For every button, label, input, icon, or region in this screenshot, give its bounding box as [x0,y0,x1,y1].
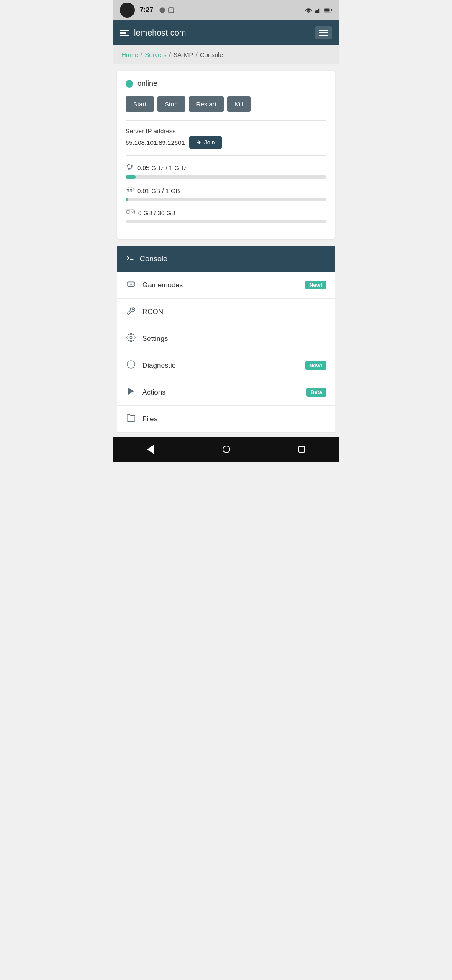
badge-gamemodes: New! [305,281,326,289]
disk-label: 0 GB / 30 GB [138,209,175,217]
header-title: lemehost.com [134,28,186,38]
bottom-nav [113,437,339,462]
join-icon [196,139,202,145]
actions-icon [126,387,136,396]
menu-item-label-diagnostic: Diagnostic [142,361,299,370]
files-icon [126,413,136,425]
disk-progress-bg [126,220,326,223]
diagnostic-icon [126,360,136,369]
main-card: online Start Stop Restart Kill Server IP… [117,71,335,239]
svg-rect-29 [131,189,132,191]
divider-2 [126,155,326,156]
status-label: online [137,79,157,88]
svg-rect-6 [316,10,318,13]
disk-icon [126,209,135,217]
svg-rect-27 [128,189,129,191]
console-section-label: Console [140,255,167,263]
status-bar-time: 7:27 [140,6,153,14]
header: lemehost.com [113,20,339,45]
svg-rect-10 [331,9,332,11]
home-icon [223,446,230,453]
svg-rect-12 [128,165,131,168]
svg-point-40 [132,211,133,212]
svg-rect-7 [318,9,319,13]
back-button[interactable] [137,441,164,458]
menu-item-diagnostic[interactable]: DiagnosticNew! [117,352,335,379]
cpu-progress-fill [126,175,136,179]
status-bar: 7:27 [113,0,339,20]
rcon-icon [126,306,136,315]
settings-icon [126,333,136,342]
ram-progress-fill [126,198,128,201]
breadcrumb-servers[interactable]: Servers [145,51,167,58]
logo-icon [120,30,129,36]
recents-button[interactable] [288,443,315,456]
svg-point-4 [308,12,309,13]
breadcrumb-console: Console [200,51,223,58]
menu-item-gamemodes[interactable]: GamemodesNew! [117,272,335,299]
battery-icon [324,8,332,13]
cpu-icon [126,162,134,173]
sim-icon [168,7,174,13]
menu-item-label-actions: Actions [142,388,300,397]
server-ip-section: Server IP address 65.108.101.89:12601 Jo… [126,127,326,149]
server-ip-value: 65.108.101.89:12601 [126,139,185,146]
menu-list: GamemodesNew!RCONSettingsDiagnosticNew!A… [117,272,335,433]
status-row: online [126,79,326,88]
svg-rect-5 [315,11,316,13]
rcon-icon [126,306,136,317]
menu-button[interactable] [315,26,332,39]
disk-progress-fill [126,220,126,223]
start-button[interactable]: Start [126,96,154,112]
breadcrumb: Home / Servers / SA-MP / Console [121,51,331,58]
server-ip-row: 65.108.101.89:12601 Join [126,136,326,149]
ram-label: 0.01 GB / 1 GB [137,187,180,194]
cpu-label: 0.05 GHz / 1 GHz [137,164,187,171]
ram-icon [126,186,134,195]
back-icon [147,444,154,454]
action-buttons: Start Stop Restart Kill [126,96,326,112]
dnd-icon [159,7,166,13]
server-ip-label: Server IP address [126,127,326,134]
badge-diagnostic: New! [305,361,326,370]
status-bar-right [305,7,332,13]
signal-icon [315,7,321,13]
status-dot [126,80,133,88]
svg-rect-11 [324,9,329,12]
menu-item-label-rcon: RCON [142,308,326,316]
gamemodes-icon [126,279,136,289]
breadcrumb-wrap: Home / Servers / SA-MP / Console [113,45,339,64]
menu-item-label-gamemodes: Gamemodes [142,281,299,289]
restart-button[interactable]: Restart [189,96,224,112]
svg-point-47 [130,336,132,339]
breadcrumb-home[interactable]: Home [121,51,138,58]
avatar [120,3,135,18]
files-icon [126,413,136,423]
diagnostic-icon [126,360,136,371]
wifi-icon [305,7,312,13]
svg-rect-3 [170,10,173,10]
menu-item-label-settings: Settings [142,335,326,343]
menu-item-rcon[interactable]: RCON [117,299,335,325]
status-bar-icons [159,7,174,13]
kill-button[interactable]: Kill [227,96,251,112]
menu-item-settings[interactable]: Settings [117,325,335,352]
svg-marker-51 [128,388,134,395]
cpu-resource: 0.05 GHz / 1 GHz [126,162,326,179]
svg-rect-8 [320,8,321,13]
svg-rect-26 [127,189,128,191]
menu-item-files[interactable]: Files [117,406,335,433]
join-button[interactable]: Join [189,136,222,149]
menu-item-actions[interactable]: ActionsBeta [117,379,335,406]
badge-actions: Beta [306,388,326,397]
settings-icon [126,333,136,344]
svg-rect-1 [161,10,164,10]
cpu-progress-bg [126,175,326,179]
home-button[interactable] [213,442,240,456]
ram-progress-bg [126,198,326,201]
menu-item-label-files: Files [142,415,326,423]
stop-button[interactable]: Stop [157,96,185,112]
recents-icon [298,446,305,453]
breadcrumb-samp: SA-MP [173,51,193,58]
console-section-header[interactable]: Console [117,246,335,272]
